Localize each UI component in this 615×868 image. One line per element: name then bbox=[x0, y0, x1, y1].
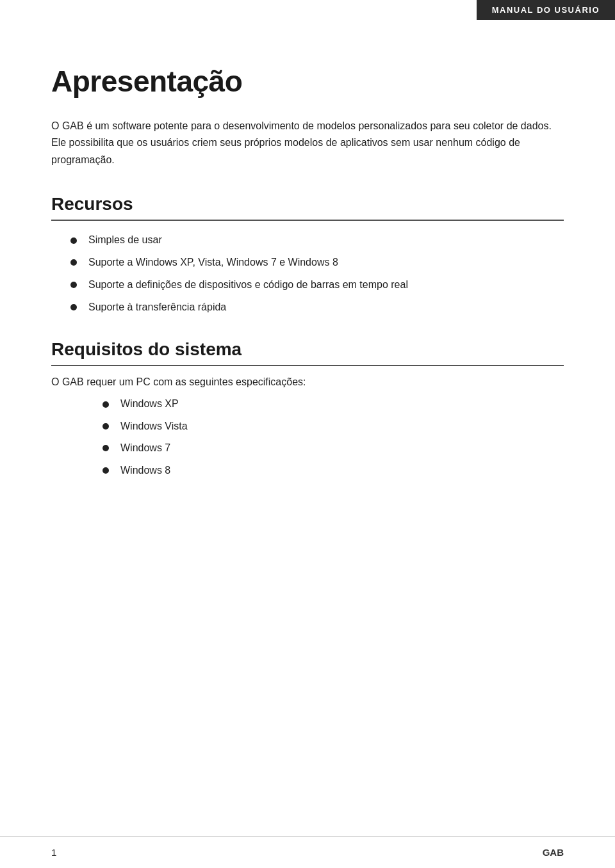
bullet-dot bbox=[102, 445, 109, 451]
requisitos-intro: O GAB requer um PC com as seguintes espe… bbox=[51, 376, 564, 388]
header-bar: Manual do Usuário bbox=[477, 0, 615, 20]
list-item: Suporte à transferência rápida bbox=[70, 298, 564, 317]
list-item: Windows XP bbox=[102, 394, 564, 414]
list-item-text: Windows 7 bbox=[120, 438, 170, 458]
recursos-section: Recursos Simples de usar Suporte a Windo… bbox=[51, 194, 564, 316]
bullet-dot bbox=[102, 423, 109, 430]
recursos-list: Simples de usar Suporte a Windows XP, Vi… bbox=[51, 231, 564, 316]
footer-brand: GAB bbox=[543, 847, 564, 858]
list-item: Simples de usar bbox=[70, 231, 564, 250]
footer-page-number: 1 bbox=[51, 847, 56, 858]
list-item-text: Windows 8 bbox=[120, 461, 170, 480]
bullet-dot bbox=[70, 304, 77, 310]
page-container: Manual do Usuário Apresentação O GAB é u… bbox=[0, 0, 615, 868]
header-label: Manual do Usuário bbox=[492, 5, 600, 15]
intro-paragraph: O GAB é um software potente para o desen… bbox=[51, 118, 564, 168]
requisitos-list: Windows XP Windows Vista Windows 7 Windo… bbox=[51, 394, 564, 480]
bullet-dot bbox=[102, 401, 109, 408]
list-item: Windows 8 bbox=[102, 461, 564, 480]
bullet-dot bbox=[70, 259, 77, 266]
list-item-text: Suporte à transferência rápida bbox=[88, 298, 226, 317]
bullet-dot bbox=[70, 237, 77, 244]
list-item: Windows 7 bbox=[102, 438, 564, 458]
list-item: Suporte a definições de dispositivos e c… bbox=[70, 276, 564, 294]
list-item-text: Windows Vista bbox=[120, 417, 188, 436]
requisitos-heading: Requisitos do sistema bbox=[51, 339, 564, 366]
list-item-text: Simples de usar bbox=[88, 231, 162, 250]
requisitos-section: Requisitos do sistema O GAB requer um PC… bbox=[51, 339, 564, 480]
page-title: Apresentação bbox=[51, 64, 564, 99]
bullet-dot bbox=[70, 282, 77, 288]
list-item: Suporte a Windows XP, Vista, Windows 7 e… bbox=[70, 253, 564, 272]
bullet-dot bbox=[102, 467, 109, 474]
main-content: Apresentação O GAB é um software potente… bbox=[0, 0, 615, 542]
list-item-text: Windows XP bbox=[120, 394, 179, 414]
footer: 1 GAB bbox=[0, 836, 615, 868]
list-item-text: Suporte a Windows XP, Vista, Windows 7 e… bbox=[88, 253, 338, 272]
recursos-heading: Recursos bbox=[51, 194, 564, 221]
list-item: Windows Vista bbox=[102, 417, 564, 436]
list-item-text: Suporte a definições de dispositivos e c… bbox=[88, 276, 408, 294]
